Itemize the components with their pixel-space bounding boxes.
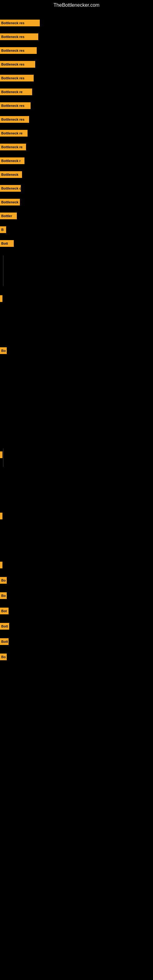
bottleneck-bar: Bo: [0, 347, 7, 354]
vertical-line: [3, 449, 3, 467]
bottleneck-bar: [0, 295, 2, 302]
bottleneck-bar: Bottleneck re: [0, 144, 26, 150]
bottleneck-bar: Bottleneck: [0, 171, 22, 178]
bottleneck-bar: Bottleneck res: [0, 33, 38, 40]
bottleneck-bar: Bo: [0, 592, 7, 599]
bottleneck-bar: Bottleneck res: [0, 75, 33, 81]
bottleneck-bar: Bottler: [0, 213, 17, 219]
bottleneck-bar: Bottleneck re: [0, 89, 32, 95]
bottleneck-bar: [0, 452, 2, 458]
bottleneck-bar: [0, 513, 2, 519]
bottleneck-bar: Bott: [0, 623, 9, 630]
bottleneck-bar: Bottleneck c: [0, 185, 21, 192]
bottleneck-bar: Bottleneck res: [0, 116, 29, 123]
bottleneck-bar: Bottleneck re: [0, 130, 27, 137]
bottleneck-bar: Bottleneck res: [0, 61, 35, 68]
site-title: TheBottlenecker.com: [0, 0, 153, 10]
vertical-line: [3, 255, 3, 286]
bottleneck-bar: [0, 562, 2, 568]
bottleneck-bar: Bottleneck r: [0, 158, 24, 164]
bottleneck-bar: Bottleneck res: [0, 47, 37, 54]
bottleneck-bar: Bo: [0, 577, 7, 584]
bottleneck-bar: B: [0, 226, 6, 233]
bottleneck-bar: Bott: [0, 638, 9, 645]
bottleneck-bar: Bottleneck: [0, 199, 20, 205]
bottleneck-bar: Bot: [0, 608, 9, 614]
bottleneck-bar: Bo: [0, 654, 7, 660]
bottleneck-bar: Bottleneck res: [0, 20, 40, 26]
bottleneck-bar: Bott: [0, 240, 14, 247]
bottleneck-bar: Bottleneck res: [0, 102, 30, 109]
